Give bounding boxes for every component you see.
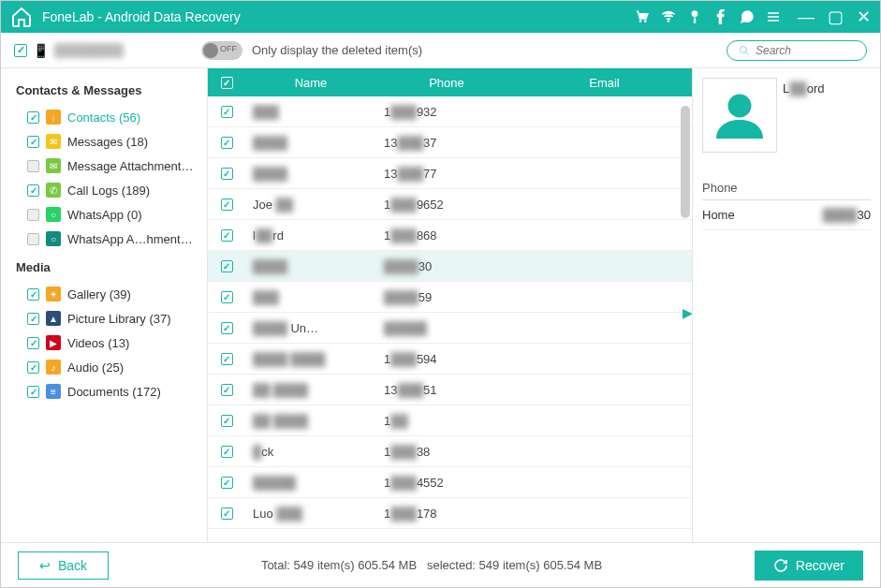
search-box[interactable] xyxy=(727,40,867,61)
row-checkbox[interactable] xyxy=(221,477,233,489)
row-checkbox[interactable] xyxy=(221,384,233,396)
sidebar-item[interactable]: ○ WhatsApp A…hments (0) xyxy=(14,227,207,251)
item-checkbox[interactable] xyxy=(27,313,39,325)
sidebar-section-contacts: Contacts & Messages xyxy=(16,83,207,97)
category-icon: ✦ xyxy=(46,287,61,301)
key-icon[interactable] xyxy=(687,9,702,24)
col-phone[interactable]: Phone xyxy=(376,76,517,90)
detail-phone-value: ████30 xyxy=(823,208,871,222)
table-row[interactable]: Luo ███ 1███178 xyxy=(208,498,692,529)
row-checkbox[interactable] xyxy=(221,229,233,242)
col-name[interactable]: Name xyxy=(245,76,376,90)
table-row[interactable]: Joe ██ 1███9652 xyxy=(208,189,692,220)
search-input[interactable] xyxy=(756,44,855,57)
cell-name: ███ xyxy=(245,105,376,119)
sidebar-item[interactable]: ✉ Message Attachments (0) xyxy=(14,154,207,178)
select-all-checkbox[interactable] xyxy=(221,77,233,89)
table-row[interactable]: ████ ████30 xyxy=(208,251,692,282)
item-checkbox[interactable] xyxy=(27,288,39,301)
sidebar-item[interactable]: ○ WhatsApp (0) xyxy=(14,202,207,227)
row-checkbox[interactable] xyxy=(221,415,233,427)
row-checkbox[interactable] xyxy=(221,353,233,365)
category-icon: ▲ xyxy=(46,311,61,326)
window-controls: — ▢ ✕ xyxy=(798,8,871,25)
wifi-icon[interactable] xyxy=(661,9,676,24)
scrollbar-thumb[interactable] xyxy=(681,106,690,218)
device-selector[interactable]: 📱 ████████ xyxy=(14,43,201,58)
sidebar-item[interactable]: ✆ Call Logs (189) xyxy=(14,178,207,202)
toggle-label: Only display the deleted item(s) xyxy=(252,43,422,57)
feedback-icon[interactable] xyxy=(740,9,755,24)
item-label: Audio (25) xyxy=(67,360,124,375)
row-checkbox[interactable] xyxy=(221,322,233,334)
row-checkbox[interactable] xyxy=(221,507,233,520)
cell-name: █████ xyxy=(245,476,376,490)
item-checkbox[interactable] xyxy=(27,337,39,349)
item-checkbox[interactable] xyxy=(27,184,39,197)
menu-icon[interactable] xyxy=(766,9,781,24)
cell-phone: █████ xyxy=(376,321,517,335)
cell-name: l██rd xyxy=(245,228,376,243)
sidebar-item[interactable]: ✦ Gallery (39) xyxy=(14,282,207,306)
row-checkbox[interactable] xyxy=(221,198,233,211)
item-label: Videos (13) xyxy=(67,336,129,350)
device-checkbox[interactable] xyxy=(14,44,27,57)
item-checkbox[interactable] xyxy=(27,361,39,374)
sidebar-item[interactable]: ≡ Documents (172) xyxy=(14,379,207,404)
search-icon xyxy=(739,44,750,57)
item-checkbox[interactable] xyxy=(27,386,39,398)
item-checkbox[interactable] xyxy=(27,136,39,148)
facebook-icon[interactable] xyxy=(713,9,728,24)
category-icon: ♪ xyxy=(46,360,61,375)
recover-button[interactable]: Recover xyxy=(755,551,863,581)
back-arrow-icon: ↩ xyxy=(39,558,51,573)
table-body[interactable]: ███ 1███932 ████ 13███37 ████ 13███77 Jo… xyxy=(208,96,692,542)
cell-name: ██ ████ xyxy=(245,414,376,428)
minimize-icon[interactable]: — xyxy=(798,8,815,25)
sidebar-item[interactable]: ▲ Picture Library (37) xyxy=(14,306,207,331)
item-checkbox[interactable] xyxy=(27,233,39,245)
item-checkbox[interactable] xyxy=(27,209,39,221)
row-checkbox[interactable] xyxy=(221,137,233,149)
row-checkbox[interactable] xyxy=(221,260,233,272)
table-row[interactable]: ██ ████ 1██ xyxy=(208,405,692,436)
table-row[interactable]: ████ 13███37 xyxy=(208,127,692,158)
item-checkbox[interactable] xyxy=(27,111,39,124)
toolbar-icons xyxy=(635,9,781,24)
row-checkbox[interactable] xyxy=(221,106,233,118)
row-checkbox[interactable] xyxy=(221,168,233,180)
category-icon: ○ xyxy=(46,231,61,246)
item-checkbox[interactable] xyxy=(27,160,39,172)
table-row[interactable]: l██rd 1███868 xyxy=(208,220,692,251)
footer-stats: Total: 549 item(s) 605.54 MB selected: 5… xyxy=(127,558,736,572)
cell-name: Joe ██ xyxy=(245,198,376,212)
maximize-icon[interactable]: ▢ xyxy=(828,8,844,25)
col-email[interactable]: Email xyxy=(517,76,692,90)
table-row[interactable]: ██ ████ 13███51 xyxy=(208,375,692,405)
sidebar-item[interactable]: ↓ Contacts (56) xyxy=(14,105,207,129)
close-icon[interactable]: ✕ xyxy=(857,8,871,25)
cell-phone: 13███51 xyxy=(376,383,517,397)
table-row[interactable]: ████ ████ 1███594 xyxy=(208,344,692,375)
sidebar-item[interactable]: ♪ Audio (25) xyxy=(14,355,207,379)
table-row[interactable]: ███ ████59 xyxy=(208,282,692,313)
home-icon[interactable] xyxy=(10,6,33,28)
titlebar: FoneLab - Android Data Recovery — ▢ ✕ xyxy=(1,1,880,33)
expand-detail-arrow[interactable]: ▶ xyxy=(683,305,693,320)
item-label: Messages (18) xyxy=(67,135,148,149)
row-checkbox[interactable] xyxy=(221,446,233,458)
table-row[interactable]: ████ Un… █████ xyxy=(208,313,692,344)
cell-name: ████ Un… xyxy=(245,321,376,335)
back-button[interactable]: ↩ Back xyxy=(18,551,109,580)
table-row[interactable]: █ck 1███38 xyxy=(208,436,692,467)
item-label: Call Logs (189) xyxy=(67,184,150,198)
device-name: ████████ xyxy=(54,43,124,57)
table-row[interactable]: ███ 1███932 xyxy=(208,96,692,127)
sidebar-item[interactable]: ▶ Videos (13) xyxy=(14,331,207,355)
deleted-only-toggle[interactable]: OFF xyxy=(201,41,242,60)
table-row[interactable]: █████ 1███4552 xyxy=(208,467,692,498)
sidebar-item[interactable]: ✉ Messages (18) xyxy=(14,129,207,154)
row-checkbox[interactable] xyxy=(221,291,233,303)
table-row[interactable]: ████ 13███77 xyxy=(208,158,692,189)
cart-icon[interactable] xyxy=(635,9,650,24)
